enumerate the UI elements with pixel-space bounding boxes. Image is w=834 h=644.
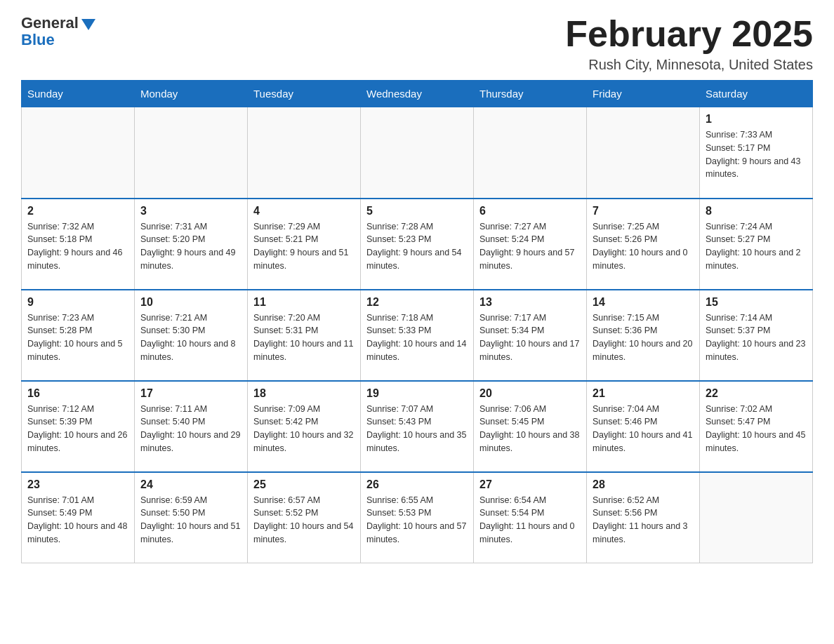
day-info: Sunrise: 7:17 AMSunset: 5:34 PMDaylight:… — [479, 311, 581, 364]
calendar-cell — [135, 107, 248, 199]
calendar-cell — [22, 107, 135, 199]
calendar-cell: 20Sunrise: 7:06 AMSunset: 5:45 PMDayligh… — [474, 381, 587, 472]
column-header-tuesday: Tuesday — [248, 81, 361, 107]
calendar-cell: 22Sunrise: 7:02 AMSunset: 5:47 PMDayligh… — [700, 381, 813, 472]
day-info: Sunrise: 7:01 AMSunset: 5:49 PMDaylight:… — [27, 494, 128, 546]
day-info: Sunrise: 7:09 AMSunset: 5:42 PMDaylight:… — [253, 403, 355, 455]
day-info: Sunrise: 7:28 AMSunset: 5:23 PMDaylight:… — [366, 220, 468, 273]
day-info: Sunrise: 7:04 AMSunset: 5:46 PMDaylight:… — [593, 403, 694, 455]
day-number: 28 — [593, 478, 694, 491]
calendar-cell: 18Sunrise: 7:09 AMSunset: 5:42 PMDayligh… — [248, 381, 361, 472]
calendar-cell — [700, 472, 813, 563]
calendar-cell: 28Sunrise: 6:52 AMSunset: 5:56 PMDayligh… — [587, 472, 700, 563]
day-number: 5 — [366, 205, 468, 217]
day-info: Sunrise: 7:18 AMSunset: 5:33 PMDaylight:… — [366, 311, 468, 364]
page-header: General Blue February 2025 Rush City, Mi… — [21, 14, 813, 73]
column-header-wednesday: Wednesday — [361, 81, 474, 107]
day-info: Sunrise: 7:06 AMSunset: 5:45 PMDaylight:… — [479, 403, 581, 455]
day-number: 8 — [706, 205, 807, 217]
day-number: 27 — [479, 478, 581, 491]
day-info: Sunrise: 7:12 AMSunset: 5:39 PMDaylight:… — [27, 403, 128, 455]
calendar-cell: 1Sunrise: 7:33 AMSunset: 5:17 PMDaylight… — [700, 107, 813, 199]
day-number: 17 — [140, 387, 241, 400]
day-info: Sunrise: 6:57 AMSunset: 5:52 PMDaylight:… — [253, 494, 355, 546]
day-number: 12 — [366, 296, 468, 309]
day-info: Sunrise: 6:59 AMSunset: 5:50 PMDaylight:… — [140, 494, 241, 546]
day-number: 9 — [27, 296, 128, 309]
day-info: Sunrise: 7:14 AMSunset: 5:37 PMDaylight:… — [706, 311, 807, 364]
calendar-week-5: 23Sunrise: 7:01 AMSunset: 5:49 PMDayligh… — [22, 472, 813, 563]
calendar-cell — [587, 107, 700, 199]
day-info: Sunrise: 7:20 AMSunset: 5:31 PMDaylight:… — [253, 311, 355, 364]
logo-triangle-icon — [81, 19, 95, 30]
calendar-cell: 14Sunrise: 7:15 AMSunset: 5:36 PMDayligh… — [587, 290, 700, 381]
day-info: Sunrise: 7:25 AMSunset: 5:26 PMDaylight:… — [593, 220, 694, 273]
calendar-cell: 5Sunrise: 7:28 AMSunset: 5:23 PMDaylight… — [361, 199, 474, 290]
column-header-thursday: Thursday — [474, 81, 587, 107]
day-number: 15 — [706, 296, 807, 309]
calendar-cell: 21Sunrise: 7:04 AMSunset: 5:46 PMDayligh… — [587, 381, 700, 472]
calendar-cell: 9Sunrise: 7:23 AMSunset: 5:28 PMDaylight… — [22, 290, 135, 381]
calendar-cell: 6Sunrise: 7:27 AMSunset: 5:24 PMDaylight… — [474, 199, 587, 290]
day-info: Sunrise: 7:21 AMSunset: 5:30 PMDaylight:… — [140, 311, 241, 364]
month-title: February 2025 — [565, 14, 813, 54]
calendar-cell: 12Sunrise: 7:18 AMSunset: 5:33 PMDayligh… — [361, 290, 474, 381]
column-header-sunday: Sunday — [22, 81, 135, 107]
day-info: Sunrise: 7:27 AMSunset: 5:24 PMDaylight:… — [479, 220, 581, 273]
calendar-cell: 10Sunrise: 7:21 AMSunset: 5:30 PMDayligh… — [135, 290, 248, 381]
day-number: 13 — [479, 296, 581, 309]
calendar-cell: 13Sunrise: 7:17 AMSunset: 5:34 PMDayligh… — [474, 290, 587, 381]
calendar-cell: 7Sunrise: 7:25 AMSunset: 5:26 PMDaylight… — [587, 199, 700, 290]
day-number: 1 — [706, 113, 807, 126]
calendar-cell: 3Sunrise: 7:31 AMSunset: 5:20 PMDaylight… — [135, 199, 248, 290]
day-number: 23 — [27, 478, 128, 491]
day-number: 26 — [366, 478, 468, 491]
day-info: Sunrise: 6:55 AMSunset: 5:53 PMDaylight:… — [366, 494, 468, 546]
day-number: 10 — [140, 296, 241, 309]
calendar-cell: 8Sunrise: 7:24 AMSunset: 5:27 PMDaylight… — [700, 199, 813, 290]
day-info: Sunrise: 7:07 AMSunset: 5:43 PMDaylight:… — [366, 403, 468, 455]
day-number: 2 — [27, 205, 128, 217]
day-info: Sunrise: 7:15 AMSunset: 5:36 PMDaylight:… — [593, 311, 694, 364]
day-info: Sunrise: 6:52 AMSunset: 5:56 PMDaylight:… — [593, 494, 694, 546]
calendar-table: SundayMondayTuesdayWednesdayThursdayFrid… — [21, 80, 813, 563]
day-info: Sunrise: 7:29 AMSunset: 5:21 PMDaylight:… — [253, 220, 355, 273]
column-header-monday: Monday — [135, 81, 248, 107]
calendar-cell: 25Sunrise: 6:57 AMSunset: 5:52 PMDayligh… — [248, 472, 361, 563]
day-number: 11 — [253, 296, 355, 309]
day-info: Sunrise: 6:54 AMSunset: 5:54 PMDaylight:… — [479, 494, 581, 546]
day-number: 3 — [140, 205, 241, 217]
calendar-cell: 2Sunrise: 7:32 AMSunset: 5:18 PMDaylight… — [22, 199, 135, 290]
day-info: Sunrise: 7:33 AMSunset: 5:17 PMDaylight:… — [706, 128, 807, 181]
calendar-cell: 11Sunrise: 7:20 AMSunset: 5:31 PMDayligh… — [248, 290, 361, 381]
day-number: 22 — [706, 387, 807, 400]
day-number: 24 — [140, 478, 241, 491]
day-number: 19 — [366, 387, 468, 400]
calendar-week-1: 1Sunrise: 7:33 AMSunset: 5:17 PMDaylight… — [22, 107, 813, 199]
day-info: Sunrise: 7:23 AMSunset: 5:28 PMDaylight:… — [27, 311, 128, 364]
column-header-friday: Friday — [587, 81, 700, 107]
title-section: February 2025 Rush City, Minnesota, Unit… — [565, 14, 813, 73]
calendar-week-2: 2Sunrise: 7:32 AMSunset: 5:18 PMDaylight… — [22, 199, 813, 290]
day-number: 16 — [27, 387, 128, 400]
calendar-cell: 24Sunrise: 6:59 AMSunset: 5:50 PMDayligh… — [135, 472, 248, 563]
logo: General Blue — [21, 14, 95, 49]
calendar-cell: 4Sunrise: 7:29 AMSunset: 5:21 PMDaylight… — [248, 199, 361, 290]
column-header-saturday: Saturday — [700, 81, 813, 107]
calendar-cell: 26Sunrise: 6:55 AMSunset: 5:53 PMDayligh… — [361, 472, 474, 563]
calendar-cell: 15Sunrise: 7:14 AMSunset: 5:37 PMDayligh… — [700, 290, 813, 381]
calendar-cell — [248, 107, 361, 199]
day-number: 7 — [593, 205, 694, 217]
day-number: 14 — [593, 296, 694, 309]
calendar-cell: 27Sunrise: 6:54 AMSunset: 5:54 PMDayligh… — [474, 472, 587, 563]
calendar-cell: 23Sunrise: 7:01 AMSunset: 5:49 PMDayligh… — [22, 472, 135, 563]
day-info: Sunrise: 7:02 AMSunset: 5:47 PMDaylight:… — [706, 403, 807, 455]
logo-general-text: General — [21, 14, 79, 32]
day-number: 20 — [479, 387, 581, 400]
day-number: 21 — [593, 387, 694, 400]
day-number: 18 — [253, 387, 355, 400]
day-number: 4 — [253, 205, 355, 217]
day-info: Sunrise: 7:31 AMSunset: 5:20 PMDaylight:… — [140, 220, 241, 273]
day-number: 6 — [479, 205, 581, 217]
calendar-cell — [361, 107, 474, 199]
